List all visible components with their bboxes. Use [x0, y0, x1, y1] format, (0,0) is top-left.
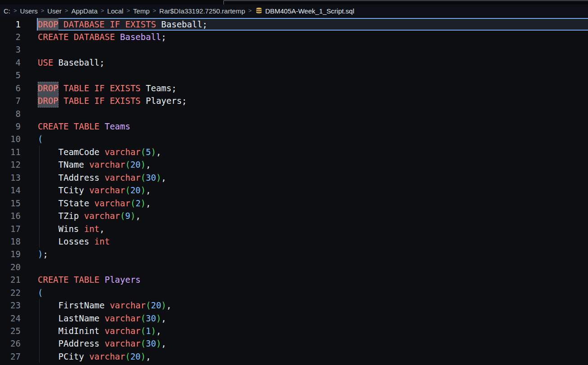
line-number: 12	[0, 158, 21, 171]
code-token: FirstName	[38, 300, 110, 310]
breadcrumb-item[interactable]: User	[47, 7, 62, 15]
code-token: TABLE IF EXISTS	[63, 96, 141, 106]
code-line[interactable]: 19);	[0, 248, 588, 260]
line-number: 13	[0, 171, 21, 184]
code-token: )	[141, 198, 146, 208]
code-token: Losses	[38, 236, 94, 246]
code-token: 5	[146, 147, 151, 157]
code-line[interactable]: 21CREATE TABLE Players	[0, 273, 588, 286]
code-line-content: TCity varchar(20),	[38, 184, 588, 196]
code-token: (	[130, 198, 135, 208]
code-line[interactable]: 24 LastName varchar(30),	[0, 312, 588, 325]
code-token: varchar	[110, 300, 146, 310]
breadcrumb-item[interactable]: Local	[107, 7, 124, 15]
code-line[interactable]: 16 TZip varchar(9),	[0, 209, 588, 222]
breadcrumb-file[interactable]: DBM405A-Week_1_Script.sql	[265, 7, 354, 15]
code-line-content: MidInint varchar(1),	[38, 325, 588, 337]
code-token: (	[120, 211, 125, 221]
code-line[interactable]: 9CREATE TABLE Teams	[0, 120, 588, 133]
code-token: (	[125, 160, 130, 169]
code-token: (	[141, 173, 146, 182]
code-token: varchar	[89, 185, 125, 195]
code-token: USE	[38, 58, 53, 67]
code-line[interactable]: 11 TeamCode varchar(5),	[0, 146, 588, 158]
code-line[interactable]: 26 PAddress varchar(30),	[0, 337, 588, 350]
code-token: CREATE TABLE	[38, 275, 99, 285]
breadcrumb-item[interactable]: Temp	[133, 7, 150, 15]
code-token: )	[156, 338, 161, 348]
line-number: 9	[0, 120, 21, 133]
code-line[interactable]: 3	[0, 43, 588, 56]
line-number: 18	[0, 235, 21, 248]
code-line[interactable]: 13 TAddress varchar(30),	[0, 171, 588, 184]
code-token: )	[141, 160, 146, 169]
breadcrumb-item[interactable]: Users	[20, 7, 38, 15]
code-token: Baseball;	[53, 58, 104, 67]
code-token: ,	[156, 147, 161, 157]
code-token: 20	[130, 160, 141, 169]
code-token: ,	[135, 211, 140, 221]
code-token: LastName	[38, 313, 105, 323]
code-line-content: TZip varchar(9),	[38, 209, 588, 222]
line-number: 24	[0, 312, 21, 325]
code-token: (	[125, 352, 130, 361]
code-token: TeamCode	[38, 147, 105, 157]
code-line-content: (	[38, 286, 588, 299]
breadcrumb-item[interactable]: Rar$DIa33192.7250.rartemp	[159, 7, 245, 15]
code-token: CREATE TABLE	[38, 121, 99, 131]
code-line[interactable]: 4USE Baseball;	[0, 56, 588, 69]
code-token: )	[161, 300, 166, 310]
code-token: TName	[38, 160, 89, 169]
code-line[interactable]: 25 MidInint varchar(1),	[0, 325, 588, 337]
code-line[interactable]: 6DROP TABLE IF EXISTS Teams;	[0, 82, 588, 94]
code-token: PAddress	[38, 338, 105, 348]
line-number: 23	[0, 299, 21, 312]
code-line[interactable]: 7DROP TABLE IF EXISTS Players;	[0, 94, 588, 107]
code-token: ;	[161, 32, 166, 42]
code-token: ,	[146, 198, 151, 208]
code-line-content: TState varchar(2),	[38, 197, 588, 209]
code-token	[99, 121, 104, 131]
breadcrumb-item[interactable]: AppData	[71, 7, 98, 15]
code-token: Players;	[141, 96, 187, 106]
code-token	[58, 96, 63, 106]
code-line[interactable]: 10(	[0, 133, 588, 145]
line-number: 19	[0, 248, 21, 260]
code-token	[58, 19, 63, 29]
code-token: (	[38, 134, 43, 144]
code-line[interactable]: 18 Losses int	[0, 235, 588, 248]
code-line[interactable]: 1DROP DATABASE IF EXISTS Baseball;	[0, 18, 588, 31]
code-rows: 1DROP DATABASE IF EXISTS Baseball;2CREAT…	[0, 18, 588, 363]
occurrence-highlight-token: DROP	[38, 82, 58, 94]
breadcrumb-separator: >	[65, 7, 68, 14]
tab-strip-edge	[223, 0, 588, 4]
code-line[interactable]: 17 Wins int,	[0, 223, 588, 235]
code-line[interactable]: 27 PCity varchar(20),	[0, 350, 588, 363]
code-line[interactable]: 14 TCity varchar(20),	[0, 184, 588, 196]
code-token: PCity	[38, 352, 89, 361]
code-token: )	[38, 249, 43, 259]
code-editor[interactable]: 1DROP DATABASE IF EXISTS Baseball;2CREAT…	[0, 18, 588, 363]
code-line[interactable]: 20	[0, 261, 588, 273]
code-line-content: CREATE TABLE Teams	[38, 120, 588, 133]
code-line[interactable]: 12 TName varchar(20),	[0, 158, 588, 171]
code-token: ,	[156, 326, 161, 336]
code-token: ,	[166, 300, 171, 310]
code-token: 20	[130, 185, 141, 195]
line-number: 10	[0, 133, 21, 145]
code-line[interactable]: 8	[0, 107, 588, 120]
code-line[interactable]: 22(	[0, 286, 588, 299]
code-line-content: TeamCode varchar(5),	[38, 146, 588, 158]
code-line[interactable]: 23 FirstName varchar(20),	[0, 299, 588, 312]
code-token: 20	[151, 300, 161, 310]
code-line[interactable]: 5	[0, 69, 588, 81]
code-line[interactable]: 15 TState varchar(2),	[0, 197, 588, 209]
code-token: ;	[43, 249, 48, 259]
code-token: (	[141, 313, 146, 323]
breadcrumb-item[interactable]: C:	[4, 7, 10, 15]
code-token: TState	[38, 198, 94, 208]
code-token: ,	[146, 160, 151, 169]
breadcrumb-separator: >	[248, 7, 252, 14]
line-number: 27	[0, 350, 21, 363]
code-line[interactable]: 2CREATE DATABASE Baseball;	[0, 31, 588, 43]
